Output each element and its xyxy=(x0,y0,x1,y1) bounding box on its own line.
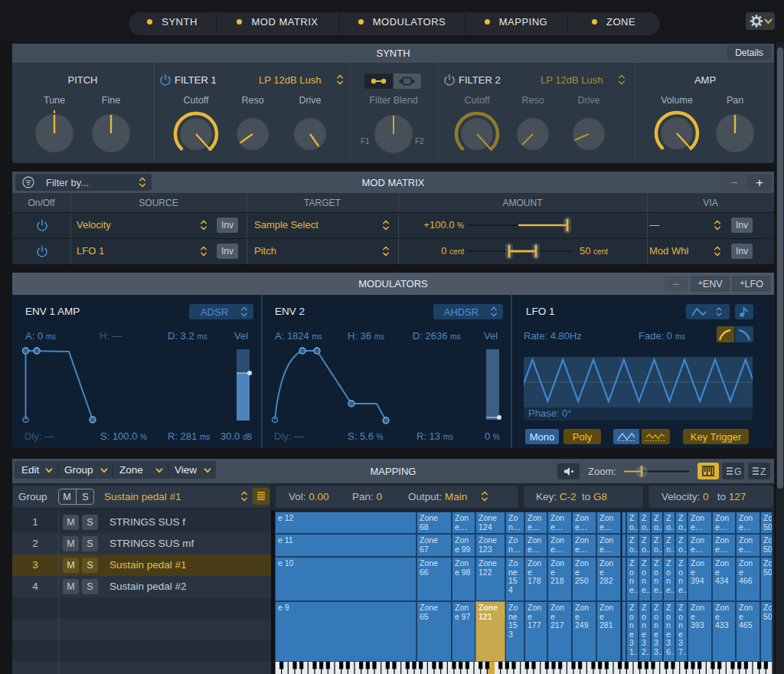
svg-text:Z: Z xyxy=(760,466,766,477)
svg-text:G: G xyxy=(734,466,741,477)
